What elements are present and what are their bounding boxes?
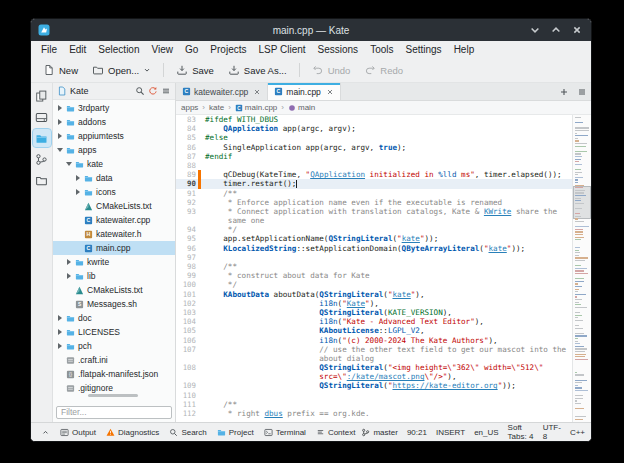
expand-arrow-icon[interactable]	[65, 259, 72, 265]
code-line[interactable]: 96 KLocalizedString::setApplicationDomai…	[176, 244, 572, 253]
dictionary-status[interactable]: en_US	[474, 428, 498, 437]
tree-item-doc[interactable]: doc	[53, 311, 175, 325]
kate-app-icon[interactable]	[38, 24, 50, 36]
code-line[interactable]: 106 i18n("(c) 2000-2024 The Kate Authors…	[176, 336, 572, 345]
breadcrumb-main-cpp[interactable]: Cmain.cpp	[235, 103, 277, 112]
tree-item-flatpak-manifest-json[interactable]: {}.flatpak-manifest.json	[53, 367, 175, 381]
code-line[interactable]: 105 KAboutLicense::LGPL_V2,	[176, 326, 572, 335]
project-tree-scrollbar[interactable]	[59, 393, 169, 398]
tree-item-lib[interactable]: lib	[53, 269, 175, 283]
tree-item-icons[interactable]: icons	[53, 185, 175, 199]
tree-item-kwrite[interactable]: kwrite	[53, 255, 175, 269]
code-line[interactable]: 85#else	[176, 133, 572, 142]
tab-close-icon[interactable]	[253, 88, 261, 96]
tree-item-pch[interactable]: pch	[53, 339, 175, 353]
code-line[interactable]: 91 /**	[176, 189, 572, 198]
tree-item-gitignore[interactable]: .gitignore	[53, 381, 175, 393]
expand-arrow-icon[interactable]	[56, 343, 63, 349]
menu-item-sessions[interactable]: Sessions	[312, 42, 365, 57]
tree-item-katewaiter-h[interactable]: Hkatewaiter.h	[53, 227, 175, 241]
save-as-button[interactable]: Save As...	[222, 61, 293, 79]
tool-button-documents[interactable]	[33, 87, 51, 105]
code-line[interactable]: 83#ifdef WITH_DBUS	[176, 115, 572, 124]
menu-item-help[interactable]: Help	[448, 42, 481, 57]
tree-item-cmakelists-txt[interactable]: CMakeLists.txt	[53, 199, 175, 213]
collapse-arrow-icon[interactable]	[56, 148, 63, 152]
tab-close-icon[interactable]	[326, 88, 334, 96]
tree-item-kate[interactable]: kate	[53, 157, 175, 171]
expand-arrow-icon[interactable]	[56, 315, 63, 321]
project-filter-input[interactable]	[56, 406, 172, 419]
tree-item-apps[interactable]: apps	[53, 143, 175, 157]
tree-item-addons[interactable]: addons	[53, 115, 175, 129]
tree-item-messages-sh[interactable]: SMessages.sh	[53, 297, 175, 311]
code-line[interactable]: 89 qCDebug(KateTime, "QApplication initi…	[176, 170, 572, 179]
terminal-button[interactable]: Terminal	[260, 427, 310, 438]
close-button[interactable]	[570, 23, 584, 37]
tool-button-git[interactable]	[33, 150, 51, 168]
syntax-mode-status[interactable]: C++	[570, 428, 585, 437]
code-line[interactable]: 104 i18n("Kate - Advanced Text Editor"),	[176, 317, 572, 326]
tree-item-katewaiter-cpp[interactable]: Ckatewaiter.cpp	[53, 213, 175, 227]
menu-item-selection[interactable]: Selection	[92, 42, 145, 57]
tree-item-main-cpp[interactable]: Cmain.cpp	[53, 241, 175, 255]
code-line[interactable]: 95 app.setApplicationName(QStringLiteral…	[176, 234, 572, 243]
tree-item-appiumtests[interactable]: appiumtests	[53, 129, 175, 143]
code-view[interactable]: 83#ifdef WITH_DBUS84 QApplication app(ar…	[176, 115, 572, 422]
tab-list-button[interactable]	[573, 83, 591, 100]
breadcrumb-apps[interactable]: apps	[181, 103, 198, 112]
project-search-icon[interactable]	[135, 86, 145, 96]
tab-main-cpp[interactable]: Cmain.cpp	[268, 83, 341, 100]
project-name[interactable]: Kate	[70, 86, 89, 96]
minimize-button[interactable]	[528, 23, 542, 37]
code-line[interactable]: about dialog	[176, 354, 572, 363]
breadcrumb-main[interactable]: main	[288, 103, 315, 112]
code-area[interactable]: 83#ifdef WITH_DBUS84 QApplication app(ar…	[176, 115, 591, 422]
input-mode-status[interactable]: INSERT	[436, 428, 465, 437]
minimap-scrollbar[interactable]	[572, 115, 591, 422]
menu-item-edit[interactable]: Edit	[63, 42, 92, 57]
git-branch-status[interactable]: master	[361, 428, 397, 437]
tree-item-3rdparty[interactable]: 3rdparty	[53, 101, 175, 115]
code-line[interactable]: 86 SingleApplication app(argc, argv, tru…	[176, 143, 572, 152]
tree-item-craft-ini[interactable]: .craft.ini	[53, 353, 175, 367]
code-line[interactable]: src=\":/kate/mascot.png\"/>"),	[176, 372, 572, 381]
code-line[interactable]: 84 QApplication app(argc, argv);	[176, 124, 572, 133]
code-line[interactable]: 87#endif	[176, 152, 572, 161]
tree-item-cmakelists-txt[interactable]: CMakeLists.txt	[53, 283, 175, 297]
expand-arrow-icon[interactable]	[56, 105, 63, 111]
code-line[interactable]: 97	[176, 253, 572, 262]
tool-button-projects[interactable]	[33, 129, 51, 147]
search-button[interactable]: Search	[165, 427, 210, 438]
new-tab-button[interactable]	[555, 83, 573, 100]
code-line[interactable]: same one	[176, 216, 572, 225]
cursor-position-status[interactable]: 90:21	[407, 428, 427, 437]
collapse-arrow-icon[interactable]	[65, 162, 72, 166]
expand-arrow-icon[interactable]	[56, 329, 63, 335]
code-line[interactable]: 112 * right dbus prefix == org.kde.	[176, 409, 572, 418]
diagnostics-button[interactable]: Diagnostics	[102, 427, 163, 438]
code-line[interactable]: 90 timer.restart();	[176, 179, 572, 188]
code-line[interactable]: 92 * Enforce application name even if th…	[176, 198, 572, 207]
titlebar[interactable]: main.cpp — Kate	[31, 19, 591, 41]
code-line[interactable]: 111 /**	[176, 400, 572, 409]
expand-arrow-icon[interactable]	[56, 133, 63, 139]
code-line[interactable]: 108 QStringLiteral("<img height=\"362\" …	[176, 363, 572, 372]
save-button[interactable]: Save	[170, 61, 220, 79]
menu-item-lsp-client[interactable]: LSP Client	[252, 42, 311, 57]
code-line[interactable]: 110	[176, 391, 572, 400]
undo-button[interactable]: Undo	[306, 61, 357, 79]
new-button[interactable]: New	[37, 61, 84, 79]
code-line[interactable]: 103 QStringLiteral(KATE_VERSION),	[176, 308, 572, 317]
tree-item-data[interactable]: data	[53, 171, 175, 185]
code-line[interactable]: 93 * Connect application with translatio…	[176, 207, 572, 216]
project-menu-icon[interactable]	[161, 86, 171, 96]
project-refresh-icon[interactable]	[148, 86, 158, 96]
code-line[interactable]: 109 QStringLiteral("https://kate-editor.…	[176, 381, 572, 390]
context-button[interactable]: Context	[312, 427, 360, 438]
tool-button-filesystem[interactable]	[33, 108, 51, 126]
tree-item-licenses[interactable]: LICENSES	[53, 325, 175, 339]
statusbar-expand-button[interactable]	[37, 427, 54, 438]
breadcrumb-kate[interactable]: kate	[209, 103, 224, 112]
expand-arrow-icon[interactable]	[56, 119, 63, 125]
